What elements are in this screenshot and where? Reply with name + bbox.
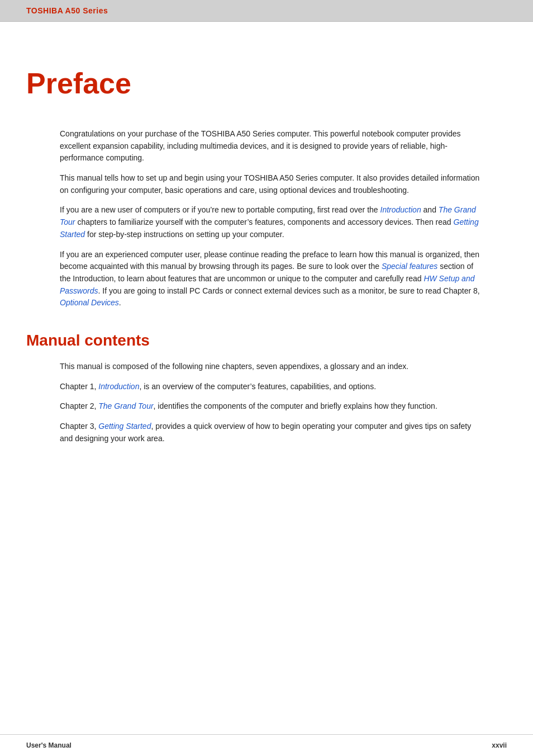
link-introduction[interactable]: Introduction (380, 205, 421, 214)
manual-contents-body: This manual is composed of the following… (60, 361, 484, 445)
link-chapter1-introduction[interactable]: Introduction (98, 382, 139, 391)
header-title: TOSHIBA A50 Series (26, 6, 108, 15)
header-bar: TOSHIBA A50 Series (0, 0, 533, 22)
link-special-features[interactable]: Special features (382, 262, 437, 271)
link-hw-setup[interactable]: HW Setup and Passwords (60, 274, 474, 295)
link-chapter3-getting-started[interactable]: Getting Started (98, 422, 151, 431)
manual-contents-paragraph-3: Chapter 2, The Grand Tour, identifies th… (60, 400, 484, 413)
preface-paragraph-3: If you are a new user of computers or if… (60, 204, 484, 240)
preface-heading: Preface (26, 67, 507, 100)
preface-paragraph-4: If you are an experienced computer user,… (60, 249, 484, 309)
manual-contents-paragraph-2: Chapter 1, Introduction, is an overview … (60, 381, 484, 393)
manual-contents-paragraph-1: This manual is composed of the following… (60, 361, 484, 373)
preface-paragraph-1: Congratulations on your purchase of the … (60, 128, 484, 164)
link-getting-started-1[interactable]: Getting Started (60, 218, 479, 239)
manual-contents-heading: Manual contents (26, 332, 507, 349)
link-optional-devices[interactable]: Optional Devices (60, 298, 119, 307)
preface-body: Congratulations on your purchase of the … (60, 128, 484, 309)
page-container: TOSHIBA A50 Series Preface Congratulatio… (0, 0, 533, 756)
footer-left-label: User's Manual (26, 741, 72, 749)
main-content: Preface Congratulations on your purchase… (0, 67, 533, 445)
footer-right-label: xxvii (492, 741, 507, 749)
preface-paragraph-2: This manual tells how to set up and begi… (60, 172, 484, 196)
link-chapter2-grand-tour[interactable]: The Grand Tour (98, 401, 153, 410)
footer: User's Manual xxvii (0, 734, 533, 756)
manual-contents-paragraph-4: Chapter 3, Getting Started, provides a q… (60, 420, 484, 445)
